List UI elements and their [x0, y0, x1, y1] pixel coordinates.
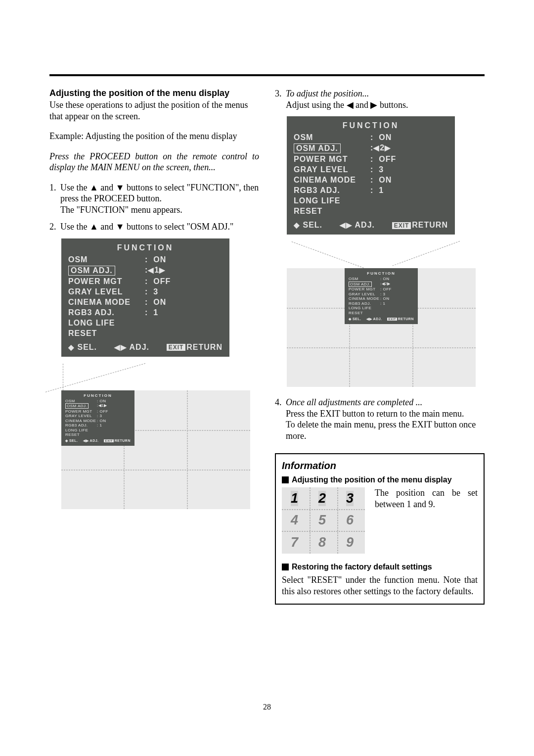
left-press: Press the PROCEED button on the remote c…: [49, 151, 259, 173]
info-title: Information: [282, 460, 478, 472]
position-grid: 1 2 3 4 5 6 7 8 9: [282, 487, 365, 554]
info-desc2: Select "RESET" under the function menu. …: [282, 574, 478, 597]
left-heading: Adjusting the position of the menu displ…: [49, 88, 259, 98]
step3: To adjust the position...: [286, 89, 369, 98]
left-intro: Use these operations to adjust the posit…: [49, 99, 259, 122]
top-rule: [49, 74, 485, 76]
step3b: Adjust using the ◀ and ▶ buttons.: [286, 100, 408, 110]
step2: Use the ▲ and ▼ buttons to select "OSM A…: [60, 221, 233, 233]
page-number: 28: [0, 703, 534, 711]
step4: Once all adjustments are completed ...: [286, 397, 422, 407]
info-sub1: Adjusting the position of the menu displ…: [282, 475, 478, 484]
step4c: To delete the main menu, press the EXIT …: [286, 420, 476, 441]
step4b: Press the EXIT button to return to the m…: [286, 409, 464, 419]
step1: Use the ▲ and ▼ buttons to select "FUNCT…: [60, 183, 259, 204]
tiny-osd-left: FUNCTION OSM: ON OSM ADJ.:◀1▶ POWER MGT:…: [61, 390, 134, 446]
info-box: Information Adjusting the position of th…: [275, 453, 485, 605]
preview-right: FUNCTION OSM: ON OSM ADJ.:◀2▶ POWER MGT:…: [287, 244, 476, 388]
preview-left: FUNCTION OSM: ON OSM ADJ.:◀1▶ POWER MGT:…: [61, 367, 250, 510]
info-sub2: Restoring the factory default settings: [282, 563, 478, 571]
left-example: Example: Adjusting the position of the m…: [49, 131, 259, 142]
osd-title: FUNCTION: [68, 243, 222, 252]
osd-box-left: FUNCTION OSM: ON OSM ADJ.:◀1▶ POWER MGT:…: [61, 238, 229, 357]
step1b: The "FUNCTION" menu appears.: [60, 205, 182, 215]
tiny-osd-right: FUNCTION OSM: ON OSM ADJ.:◀2▶ POWER MGT:…: [345, 268, 418, 324]
info-desc: The position can be set between 1 and 9.: [375, 487, 478, 554]
osd-box-right: FUNCTION OSM: ON OSM ADJ.:◀2▶ POWER MGT:…: [287, 116, 455, 235]
